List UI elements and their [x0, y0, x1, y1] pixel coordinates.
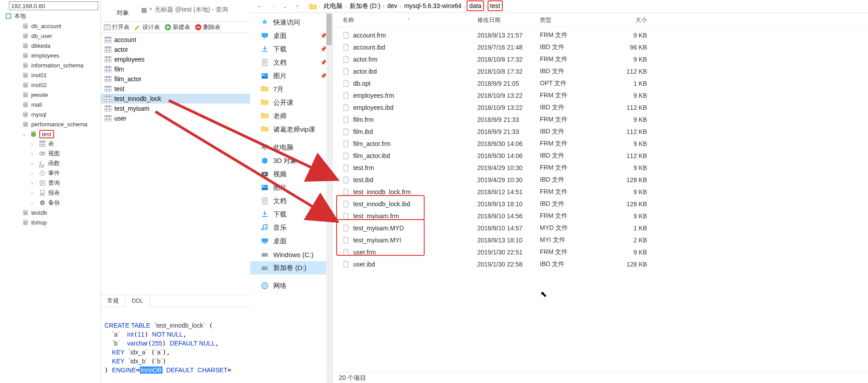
design-table-button[interactable]: 设计表	[134, 23, 160, 31]
tree-sub-item[interactable]: ›备份	[4, 198, 98, 208]
tree-db-test[interactable]: ⌄ test	[4, 129, 54, 139]
file-row[interactable]: film.frm2018/9/9 21:33FRM 文件9 KB	[333, 113, 868, 125]
folder-icon	[261, 99, 269, 107]
file-row[interactable]: film.ibd2018/9/9 21:33IBD 文件112 KB	[333, 125, 868, 137]
table-item[interactable]: film	[101, 64, 250, 74]
column-headers[interactable]: 名称˄ 修改日期 类型 大小	[333, 13, 868, 27]
nav-item[interactable]: 图片	[250, 181, 332, 194]
file-row[interactable]: account.frm2018/9/13 21:57FRM 文件9 KB	[333, 29, 868, 41]
file-row[interactable]: actor.ibd2018/10/8 17:32IBD 文件112 KB	[333, 65, 868, 77]
tree-sub-item[interactable]: ›表	[4, 139, 98, 149]
nav-item[interactable]: 下载	[250, 208, 332, 221]
tree-db[interactable]: mall	[4, 100, 98, 109]
file-row[interactable]: test_myisam.MYI2018/9/13 18:10MYI 文件2 KB	[333, 234, 868, 246]
table-item[interactable]: actor	[101, 45, 250, 54]
tree-db[interactable]: db_account	[4, 21, 98, 31]
tree-sub-item[interactable]: ›报表	[4, 188, 98, 198]
chevron-right-icon: ›	[31, 200, 36, 205]
file-row[interactable]: user.ibd2019/1/30 22:58IBD 文件128 KB	[333, 258, 868, 270]
nav-item[interactable]: 下载📌	[250, 42, 332, 56]
delete-table-button[interactable]: 删除表	[195, 23, 221, 31]
file-row[interactable]: db.opt2018/9/9 21:05OPT 文件1 KB	[333, 77, 868, 89]
back-button[interactable]: ←	[255, 1, 265, 12]
nav-item[interactable]: 文档📌	[250, 56, 332, 69]
table-item[interactable]: account	[101, 35, 250, 45]
file-row[interactable]: account.ibd2019/7/16 21:48IBD 文件96 KB	[333, 41, 868, 53]
nav-item[interactable]: 新加卷 (D:)	[250, 261, 332, 275]
table-item[interactable]: film_actor	[101, 74, 250, 84]
tree-sub-item[interactable]: ›f0函数	[4, 158, 98, 168]
nav-item[interactable]: 网络	[250, 279, 332, 292]
breadcrumb-segment[interactable]: dev	[385, 1, 399, 10]
file-row[interactable]: test_myisam.MYD2018/9/10 14:57MYD 文件1 KB	[333, 222, 868, 234]
breadcrumb-segment[interactable]: 此电脑	[322, 1, 344, 10]
nav-item[interactable]: 文档	[250, 194, 332, 208]
nav-item[interactable]: Windows (C:)	[250, 248, 332, 261]
nav-item[interactable]: 7月	[250, 83, 332, 96]
tree-db[interactable]: jeesite	[4, 90, 98, 100]
nav-item[interactable]: 诸葛老师vip课	[250, 123, 332, 136]
nav-item[interactable]: 桌面📌	[250, 29, 332, 42]
file-row[interactable]: test_myisam.frm2018/9/10 14:56FRM 文件9 KB	[333, 210, 868, 222]
table-item[interactable]: test_innodb_lock	[101, 94, 250, 104]
col-size[interactable]: 大小	[607, 16, 651, 24]
file-row[interactable]: user.frm2019/1/30 22:51FRM 文件9 KB	[333, 246, 868, 258]
nav-item[interactable]: 老师	[250, 109, 332, 123]
col-name[interactable]: 名称	[342, 17, 354, 23]
breadcrumb-segment[interactable]: data	[467, 0, 484, 11]
tree-sub-item[interactable]: ›视图	[4, 149, 98, 158]
tree-db[interactable]: dbkeda	[4, 41, 98, 50]
breadcrumb-segment[interactable]: 新加卷 (D:)	[348, 1, 382, 10]
tree-db[interactable]: inst02	[4, 80, 98, 90]
table-item[interactable]: employees	[101, 54, 250, 64]
nav-item[interactable]: 图片📌	[250, 69, 332, 83]
svg-point-9	[23, 53, 28, 54]
col-type[interactable]: 类型	[540, 16, 607, 24]
tree-db[interactable]: db_user	[4, 31, 98, 41]
table-item[interactable]: test_myisam	[101, 104, 250, 113]
nav-item[interactable]: 视频	[250, 167, 332, 181]
file-row[interactable]: employees.frm2018/10/9 13:22FRM 文件9 KB	[333, 89, 868, 101]
tab-ddl[interactable]: DDL	[125, 296, 150, 307]
tree-db[interactable]: testdb	[4, 208, 98, 217]
tree-db[interactable]: tlshop	[4, 217, 98, 227]
tree-db[interactable]: information_schema	[4, 60, 98, 70]
new-table-button[interactable]: 新建表	[164, 23, 190, 31]
file-row[interactable]: test_innodb_lock.frm2018/9/12 14:51FRM 文…	[333, 186, 868, 198]
file-row[interactable]: employees.ibd2018/10/9 13:22IBD 文件112 KB	[333, 101, 868, 113]
tree-db[interactable]: mysql	[4, 109, 98, 119]
table-item[interactable]: user	[101, 113, 250, 123]
forward-button[interactable]: →	[267, 1, 278, 12]
breadcrumb-segment[interactable]: test	[488, 0, 503, 11]
file-row[interactable]: film_actor.ibd2018/9/30 14:06IBD 文件112 K…	[333, 150, 868, 162]
tree-db[interactable]: employees	[4, 50, 98, 60]
tree-root[interactable]: 本地	[4, 11, 98, 21]
open-table-button[interactable]: 打开表	[104, 23, 129, 31]
file-row[interactable]: test_innodb_lock.ibd2018/9/13 18:10IBD 文…	[333, 198, 868, 210]
table-item[interactable]: test	[101, 84, 250, 94]
up-button[interactable]: ↑	[292, 1, 303, 12]
svg-rect-36	[41, 193, 42, 195]
nav-item[interactable]: 公开课	[250, 96, 332, 109]
nav-item[interactable]: 3D 对象	[250, 154, 332, 167]
nav-item[interactable]: 此电脑	[250, 141, 332, 154]
col-date[interactable]: 修改日期	[477, 16, 540, 24]
file-row[interactable]: actor.frm2018/10/8 17:32FRM 文件9 KB	[333, 53, 868, 65]
file-row[interactable]: test.ibd2019/4/29 10:30IBD 文件128 KB	[333, 174, 868, 186]
query-tab[interactable]: ▦ *无标题 @test (本地) - 查询	[141, 6, 228, 14]
recent-dropdown[interactable]: ⌄	[280, 1, 290, 12]
file-row[interactable]: film_actor.frm2018/9/30 14:06FRM 文件9 KB	[333, 137, 868, 150]
file-row[interactable]: test.frm2019/4/29 10:30FRM 文件9 KB	[333, 162, 868, 174]
tree-db[interactable]: inst01	[4, 70, 98, 80]
nav-item[interactable]: 音乐	[250, 221, 332, 234]
breadcrumb-segment[interactable]: mysql-5.6.33-winx64	[402, 1, 463, 10]
nav-item[interactable]: 桌面	[250, 234, 332, 248]
tree-db[interactable]: performance_schema	[4, 119, 98, 129]
svg-point-21	[23, 112, 28, 113]
tab-general[interactable]: 常规	[101, 295, 125, 307]
address-input[interactable]	[9, 1, 98, 10]
nav-scrollbar[interactable]	[326, 13, 332, 383]
nav-item[interactable]: 快速访问	[250, 16, 332, 29]
tree-sub-item[interactable]: ›事件	[4, 168, 98, 178]
tree-sub-item[interactable]: ›查询	[4, 178, 98, 188]
